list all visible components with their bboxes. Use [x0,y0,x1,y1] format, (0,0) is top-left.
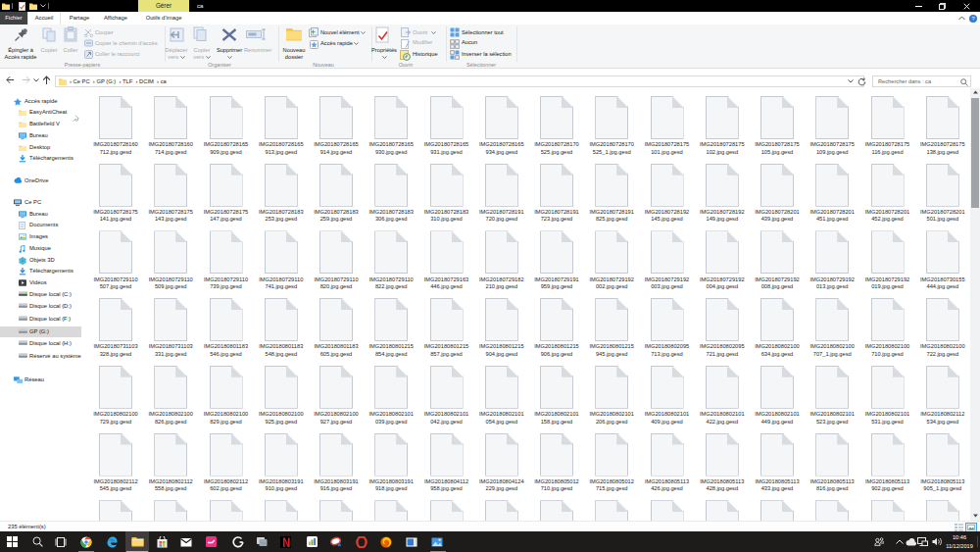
svg-text:?: ? [971,16,974,22]
